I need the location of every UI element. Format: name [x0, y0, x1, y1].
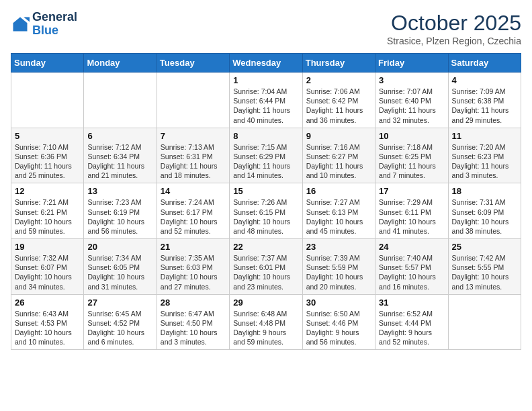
cell-w3-d2: 14Sunrise: 7:24 AMSunset: 6:17 PMDayligh…: [157, 183, 229, 239]
day-info: Sunrise: 7:29 AMSunset: 6:11 PMDaylight:…: [379, 197, 444, 236]
day-info: Sunrise: 7:10 AMSunset: 6:36 PMDaylight:…: [15, 142, 80, 181]
cell-w2-d1: 6Sunrise: 7:12 AMSunset: 6:34 PMDaylight…: [84, 128, 157, 183]
day-info: Sunrise: 7:21 AMSunset: 6:21 PMDaylight:…: [15, 197, 80, 236]
day-info: Sunrise: 7:16 AMSunset: 6:27 PMDaylight:…: [306, 142, 371, 181]
day-info: Sunrise: 7:42 AMSunset: 5:55 PMDaylight:…: [452, 253, 517, 291]
day-number: 25: [452, 242, 517, 252]
cell-w3-d1: 13Sunrise: 7:23 AMSunset: 6:19 PMDayligh…: [84, 183, 157, 239]
day-number: 4: [452, 75, 517, 85]
day-info: Sunrise: 7:24 AMSunset: 6:17 PMDaylight:…: [161, 197, 226, 236]
day-number: 29: [233, 298, 298, 308]
day-info: Sunrise: 7:35 AMSunset: 6:03 PMDaylight:…: [161, 253, 226, 291]
cell-w5-d0: 26Sunrise: 6:43 AMSunset: 4:53 PMDayligh…: [11, 294, 84, 350]
day-info: Sunrise: 7:09 AMSunset: 6:38 PMDaylight:…: [452, 87, 517, 125]
day-number: 9: [306, 131, 371, 141]
day-number: 11: [452, 131, 517, 141]
day-info: Sunrise: 7:15 AMSunset: 6:29 PMDaylight:…: [233, 142, 298, 181]
day-info: Sunrise: 6:47 AMSunset: 4:50 PMDaylight:…: [161, 309, 226, 347]
day-number: 31: [379, 298, 444, 308]
cell-w3-d4: 16Sunrise: 7:27 AMSunset: 6:13 PMDayligh…: [302, 183, 375, 239]
cell-w1-d6: 4Sunrise: 7:09 AMSunset: 6:38 PMDaylight…: [448, 73, 521, 128]
day-number: 16: [306, 186, 371, 196]
day-number: 15: [233, 186, 298, 196]
day-info: Sunrise: 7:40 AMSunset: 5:57 PMDaylight:…: [379, 253, 444, 291]
cell-w2-d5: 10Sunrise: 7:18 AMSunset: 6:25 PMDayligh…: [375, 128, 448, 183]
day-number: 20: [87, 242, 152, 252]
day-number: 27: [87, 298, 152, 308]
day-info: Sunrise: 7:39 AMSunset: 5:59 PMDaylight:…: [306, 253, 371, 291]
day-number: 1: [233, 75, 298, 85]
day-info: Sunrise: 7:13 AMSunset: 6:31 PMDaylight:…: [161, 142, 226, 181]
cell-w4-d4: 23Sunrise: 7:39 AMSunset: 5:59 PMDayligh…: [302, 239, 375, 295]
day-number: 10: [379, 131, 444, 141]
day-number: 21: [161, 242, 226, 252]
day-number: 12: [15, 186, 80, 196]
cell-w3-d3: 15Sunrise: 7:26 AMSunset: 6:15 PMDayligh…: [230, 183, 302, 239]
header-tuesday: Tuesday: [157, 54, 229, 73]
cell-w3-d0: 12Sunrise: 7:21 AMSunset: 6:21 PMDayligh…: [11, 183, 84, 239]
day-number: 22: [233, 242, 298, 252]
day-number: 28: [161, 298, 226, 308]
cell-w1-d4: 2Sunrise: 7:06 AMSunset: 6:42 PMDaylight…: [302, 73, 375, 128]
header-monday: Monday: [84, 54, 157, 73]
day-number: 14: [161, 186, 226, 196]
weekday-header-row: SundayMondayTuesdayWednesdayThursdayFrid…: [11, 54, 521, 73]
day-number: 5: [15, 131, 80, 141]
cell-w4-d0: 19Sunrise: 7:32 AMSunset: 6:07 PMDayligh…: [11, 239, 84, 295]
header-friday: Friday: [375, 54, 448, 73]
day-info: Sunrise: 6:43 AMSunset: 4:53 PMDaylight:…: [15, 309, 80, 347]
cell-w1-d1: [84, 73, 157, 128]
day-number: 19: [15, 242, 80, 252]
day-info: Sunrise: 7:31 AMSunset: 6:09 PMDaylight:…: [452, 197, 517, 236]
cell-w2-d0: 5Sunrise: 7:10 AMSunset: 6:36 PMDaylight…: [11, 128, 84, 183]
day-number: 8: [233, 131, 298, 141]
day-number: 26: [15, 298, 80, 308]
cell-w3-d6: 18Sunrise: 7:31 AMSunset: 6:09 PMDayligh…: [448, 183, 521, 239]
week-row-5: 26Sunrise: 6:43 AMSunset: 4:53 PMDayligh…: [11, 294, 521, 350]
header-wednesday: Wednesday: [230, 54, 302, 73]
page-header: General Blue October 2025 Strasice, Plze…: [11, 11, 521, 46]
cell-w1-d3: 1Sunrise: 7:04 AMSunset: 6:44 PMDaylight…: [230, 73, 302, 128]
week-row-2: 5Sunrise: 7:10 AMSunset: 6:36 PMDaylight…: [11, 128, 521, 183]
cell-w4-d6: 25Sunrise: 7:42 AMSunset: 5:55 PMDayligh…: [448, 239, 521, 295]
calendar-subtitle: Strasice, Plzen Region, Czechia: [387, 36, 521, 46]
cell-w4-d5: 24Sunrise: 7:40 AMSunset: 5:57 PMDayligh…: [375, 239, 448, 295]
day-info: Sunrise: 7:20 AMSunset: 6:23 PMDaylight:…: [452, 142, 517, 181]
cell-w4-d1: 20Sunrise: 7:34 AMSunset: 6:05 PMDayligh…: [84, 239, 157, 295]
day-info: Sunrise: 7:27 AMSunset: 6:13 PMDaylight:…: [306, 197, 371, 236]
cell-w5-d3: 29Sunrise: 6:48 AMSunset: 4:48 PMDayligh…: [230, 294, 302, 350]
day-info: Sunrise: 7:18 AMSunset: 6:25 PMDaylight:…: [379, 142, 444, 181]
header-thursday: Thursday: [302, 54, 375, 73]
day-number: 23: [306, 242, 371, 252]
logo-text: General Blue: [32, 11, 77, 38]
logo-line2: Blue: [32, 24, 77, 38]
day-number: 7: [161, 131, 226, 141]
cell-w3-d5: 17Sunrise: 7:29 AMSunset: 6:11 PMDayligh…: [375, 183, 448, 239]
day-info: Sunrise: 7:23 AMSunset: 6:19 PMDaylight:…: [87, 197, 152, 236]
logo: General Blue: [11, 11, 77, 38]
day-info: Sunrise: 7:26 AMSunset: 6:15 PMDaylight:…: [233, 197, 298, 236]
cell-w5-d1: 27Sunrise: 6:45 AMSunset: 4:52 PMDayligh…: [84, 294, 157, 350]
week-row-1: 1Sunrise: 7:04 AMSunset: 6:44 PMDaylight…: [11, 73, 521, 128]
cell-w4-d2: 21Sunrise: 7:35 AMSunset: 6:03 PMDayligh…: [157, 239, 229, 295]
calendar-title: October 2025: [387, 11, 521, 36]
day-info: Sunrise: 7:32 AMSunset: 6:07 PMDaylight:…: [15, 253, 80, 291]
day-number: 30: [306, 298, 371, 308]
day-info: Sunrise: 7:07 AMSunset: 6:40 PMDaylight:…: [379, 87, 444, 125]
cell-w2-d2: 7Sunrise: 7:13 AMSunset: 6:31 PMDaylight…: [157, 128, 229, 183]
title-block: October 2025 Strasice, Plzen Region, Cze…: [387, 11, 521, 46]
cell-w2-d6: 11Sunrise: 7:20 AMSunset: 6:23 PMDayligh…: [448, 128, 521, 183]
day-number: 6: [87, 131, 152, 141]
week-row-3: 12Sunrise: 7:21 AMSunset: 6:21 PMDayligh…: [11, 183, 521, 239]
day-number: 18: [452, 186, 517, 196]
header-saturday: Saturday: [448, 54, 521, 73]
cell-w4-d3: 22Sunrise: 7:37 AMSunset: 6:01 PMDayligh…: [230, 239, 302, 295]
week-row-4: 19Sunrise: 7:32 AMSunset: 6:07 PMDayligh…: [11, 239, 521, 295]
day-info: Sunrise: 6:45 AMSunset: 4:52 PMDaylight:…: [87, 309, 152, 347]
calendar-table: SundayMondayTuesdayWednesdayThursdayFrid…: [11, 53, 521, 350]
logo-icon: [11, 15, 30, 34]
day-number: 3: [379, 75, 444, 85]
cell-w5-d2: 28Sunrise: 6:47 AMSunset: 4:50 PMDayligh…: [157, 294, 229, 350]
cell-w2-d3: 8Sunrise: 7:15 AMSunset: 6:29 PMDaylight…: [230, 128, 302, 183]
cell-w1-d5: 3Sunrise: 7:07 AMSunset: 6:40 PMDaylight…: [375, 73, 448, 128]
